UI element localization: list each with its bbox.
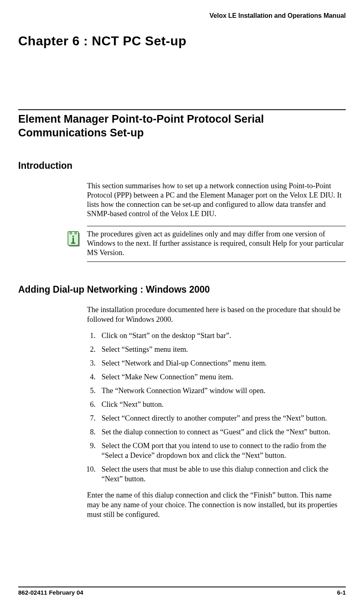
note-text: The procedures given act as guidelines o… bbox=[87, 230, 346, 257]
dialup-steps-list: Click on “Start” on the desktop “Start b… bbox=[87, 331, 346, 484]
note-icon bbox=[66, 230, 87, 251]
svg-rect-6 bbox=[71, 242, 75, 244]
section-title: Element Manager Point-to-Point Protocol … bbox=[18, 113, 346, 140]
page: Velox LE Installation and Operations Man… bbox=[0, 0, 364, 608]
step-item: Set the dialup connection to connect as … bbox=[97, 427, 346, 437]
step-item: Click on “Start” on the desktop “Start b… bbox=[97, 331, 346, 340]
dialup-intro: The installation procedure documented he… bbox=[87, 305, 346, 324]
introduction-heading: Introduction bbox=[18, 160, 346, 171]
step-item: Select “Settings” menu item. bbox=[97, 344, 346, 354]
svg-rect-4 bbox=[72, 236, 74, 237]
step-item: Select the users that must be able to us… bbox=[97, 464, 346, 484]
step-item: Select “Network and Dial-up Connections”… bbox=[97, 358, 346, 368]
introduction-paragraph: This section summarises how to set up a … bbox=[87, 181, 346, 219]
footer-rule bbox=[18, 587, 346, 587]
manual-header-title: Velox LE Installation and Operations Man… bbox=[18, 12, 346, 19]
introduction-body: This section summarises how to set up a … bbox=[87, 181, 346, 219]
chapter-title: Chapter 6 : NCT PC Set-up bbox=[18, 34, 346, 49]
section-divider bbox=[18, 109, 346, 110]
dialup-heading: Adding Dial-up Networking : Windows 2000 bbox=[18, 284, 346, 295]
step-item: Select “Make New Connection” menu item. bbox=[97, 372, 346, 382]
step-item: Select the COM port that you intend to u… bbox=[97, 441, 346, 460]
dialup-body: The installation procedure documented he… bbox=[87, 305, 346, 519]
svg-rect-5 bbox=[72, 238, 74, 243]
step-item: Select “Connect directly to another comp… bbox=[97, 413, 346, 423]
step-item: The “Network Connection Wizard” window w… bbox=[97, 386, 346, 395]
note-bottom-rule bbox=[87, 261, 346, 262]
step-item: Click “Next” button. bbox=[97, 400, 346, 409]
dialup-closing: Enter the name of this dialup connection… bbox=[87, 490, 346, 519]
footer-doc-number: 862-02411 February 04 bbox=[18, 589, 83, 596]
footer-page-number: 6-1 bbox=[337, 589, 346, 596]
page-footer: 862-02411 February 04 6-1 bbox=[18, 587, 346, 596]
note-block: The procedures given act as guidelines o… bbox=[87, 226, 346, 262]
